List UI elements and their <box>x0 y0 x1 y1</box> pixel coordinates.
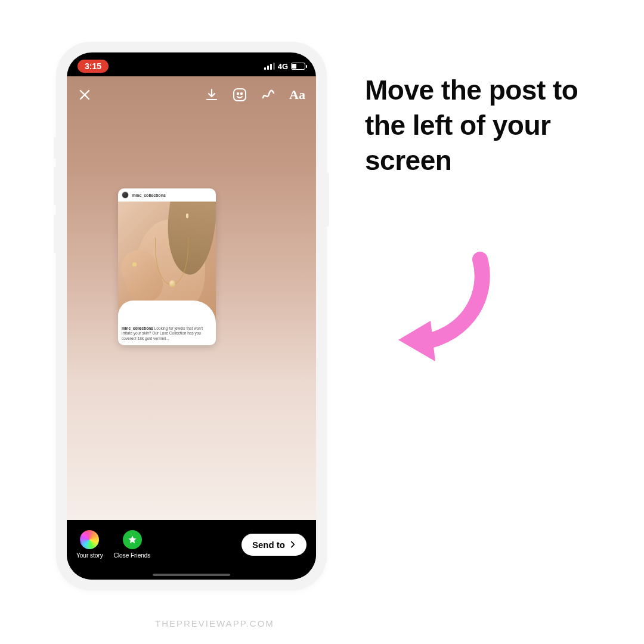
send-to-button[interactable]: Send to <box>242 534 306 556</box>
close-icon[interactable] <box>78 88 92 102</box>
post-caption: minc_collections Looking for jewels that… <box>118 323 216 345</box>
watermark-text: THEPREVIEWAPP.COM <box>155 618 274 628</box>
post-image <box>118 202 216 323</box>
close-friends-button[interactable]: Close Friends <box>114 530 151 559</box>
close-friends-star-icon <box>123 530 142 549</box>
chevron-right-icon <box>289 540 297 549</box>
phone-side-button <box>54 137 57 159</box>
post-username: minc_collections <box>132 193 166 197</box>
screen-recording-pill[interactable]: 3:15 <box>78 60 109 73</box>
your-story-button[interactable]: Your story <box>76 530 103 559</box>
your-story-avatar-icon <box>80 530 99 549</box>
text-tool-button[interactable]: Aa <box>289 87 305 103</box>
svg-marker-8 <box>398 321 435 361</box>
status-right: 4G <box>264 62 305 71</box>
your-story-label: Your story <box>76 552 103 559</box>
svg-marker-7 <box>128 535 136 543</box>
svg-rect-4 <box>234 89 246 101</box>
tutorial-arrow-icon <box>388 250 507 370</box>
home-indicator[interactable] <box>153 574 230 576</box>
story-canvas[interactable]: Aa minc_collections <box>67 76 316 520</box>
shared-post-card[interactable]: minc_collections minc_collections Lookin… <box>118 188 216 345</box>
cellular-signal-icon <box>264 63 275 70</box>
sticker-icon[interactable] <box>232 87 247 103</box>
post-avatar <box>122 191 129 199</box>
post-caption-user: minc_collections <box>122 326 153 330</box>
svg-point-5 <box>237 93 239 94</box>
close-friends-label: Close Friends <box>114 552 151 559</box>
story-bottom-bar: Your story Close Friends Send to <box>67 520 316 580</box>
story-editor-toolbar: Aa <box>67 82 316 107</box>
svg-point-6 <box>241 93 242 94</box>
network-type-label: 4G <box>278 62 288 71</box>
toolbar-right-group: Aa <box>205 87 305 103</box>
phone-power-button <box>326 173 329 227</box>
phone-screen: 3:15 4G <box>67 52 316 580</box>
send-to-label: Send to <box>252 540 285 550</box>
draw-squiggle-icon[interactable] <box>261 87 276 103</box>
battery-icon <box>291 63 305 70</box>
instruction-text: Move the post to the left of your screen <box>365 73 592 178</box>
post-header: minc_collections <box>118 188 216 202</box>
phone-volume-down-button <box>54 215 57 253</box>
phone-notch <box>135 52 248 70</box>
phone-volume-up-button <box>54 167 57 205</box>
download-icon[interactable] <box>205 88 219 102</box>
phone-frame: 3:15 4G <box>56 42 327 590</box>
